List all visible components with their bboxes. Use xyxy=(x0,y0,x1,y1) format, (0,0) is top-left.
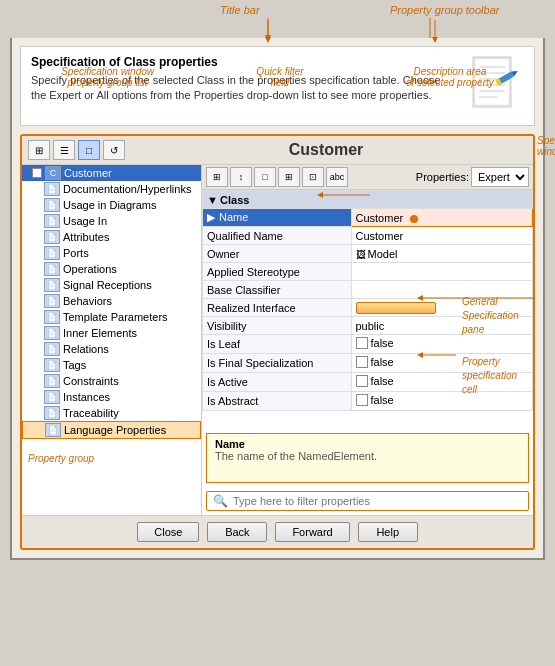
prop-val-realized-interface[interactable] xyxy=(351,299,533,317)
right-toolbar-btn1[interactable]: ⊞ xyxy=(206,167,228,187)
item-icon: 📄 xyxy=(44,262,60,276)
bottom-desc-annotation: Description area of selected property xyxy=(406,66,494,88)
prop-val-owner[interactable]: 🖼Model xyxy=(351,245,533,263)
prop-val-is-abstract[interactable]: false xyxy=(351,392,533,411)
spec-class-title: Customer xyxy=(289,141,364,159)
tree-item-constraints[interactable]: 📄 Constraints xyxy=(22,373,201,389)
item-icon: 📄 xyxy=(44,246,60,260)
prop-name-is-active[interactable]: Is Active xyxy=(203,373,352,392)
item-icon: 📄 xyxy=(44,214,60,228)
tree-item-customer-root[interactable]: − C Customer xyxy=(22,165,201,181)
is-leaf-checkbox[interactable] xyxy=(356,337,368,349)
tree-label: Usage In xyxy=(63,215,107,227)
prop-val-qualified[interactable]: Customer xyxy=(351,227,533,245)
prop-val-visibility[interactable]: public xyxy=(351,317,533,335)
right-toolbar-btn3[interactable]: □ xyxy=(254,167,276,187)
toolbar-btn-box[interactable]: □ xyxy=(78,140,100,160)
prop-row-applied-stereotype: Applied Stereotype xyxy=(203,263,533,281)
is-final-spec-checkbox[interactable] xyxy=(356,356,368,368)
dialog-buttons: Close Back Forward Help xyxy=(22,515,533,548)
item-icon: 📄 xyxy=(44,310,60,324)
item-icon: 📄 xyxy=(45,423,61,437)
tree-label: Documentation/Hyperlinks xyxy=(63,183,191,195)
back-button[interactable]: Back xyxy=(207,522,267,542)
filter-box[interactable]: 🔍 xyxy=(206,491,529,511)
prop-name-base-classifier[interactable]: Base Classifier xyxy=(203,281,352,299)
right-toolbar-btn5[interactable]: ⊡ xyxy=(302,167,324,187)
prop-name-realized-interface[interactable]: Realized Interface xyxy=(203,299,352,317)
prop-name-name[interactable]: ▶Name xyxy=(203,209,352,227)
right-toolbar-btn2[interactable]: ↕ xyxy=(230,167,252,187)
prop-row-is-abstract: Is Abstract false xyxy=(203,392,533,411)
bottom-filter-annotation: Quick filter field xyxy=(256,66,303,88)
tree-item-documentation[interactable]: 📄 Documentation/Hyperlinks xyxy=(22,181,201,197)
prop-val-base-classifier[interactable] xyxy=(351,281,533,299)
name-desc-title: Name xyxy=(215,438,520,450)
prop-val-is-leaf[interactable]: false xyxy=(351,335,533,354)
tree-item-tags[interactable]: 📄 Tags xyxy=(22,357,201,373)
name-description-box: Name The name of the NamedElement. xyxy=(206,433,529,483)
tree-item-ports[interactable]: 📄 Ports xyxy=(22,245,201,261)
title-bar-annotation: Title bar xyxy=(220,4,260,16)
help-button[interactable]: Help xyxy=(358,522,418,542)
prop-row-owner: Owner 🖼Model xyxy=(203,245,533,263)
properties-select[interactable]: Expert All Basic xyxy=(471,167,529,187)
prop-name-visibility[interactable]: Visibility xyxy=(203,317,352,335)
tree-item-usage-in[interactable]: 📄 Usage In xyxy=(22,213,201,229)
specification-container: ⊞ ☰ □ ↺ Customer Specificationwindow too… xyxy=(20,134,535,550)
item-icon: 📄 xyxy=(44,358,60,372)
is-abstract-checkbox[interactable] xyxy=(356,394,368,406)
prop-row-is-final-spec: Is Final Specialization false xyxy=(203,354,533,373)
tree-item-relations[interactable]: 📄 Relations xyxy=(22,341,201,357)
toolbar-btn-grid[interactable]: ⊞ xyxy=(28,140,50,160)
expand-icon[interactable]: − xyxy=(32,168,42,178)
owner-icon: 🖼 xyxy=(356,249,366,260)
tree-item-operations[interactable]: 📄 Operations xyxy=(22,261,201,277)
tree-item-traceability[interactable]: 📄 Traceability xyxy=(22,405,201,421)
tree-label: Operations xyxy=(63,263,117,275)
item-icon: 📄 xyxy=(44,294,60,308)
property-group-annotation: Property group xyxy=(22,449,201,468)
prop-val-applied-stereotype[interactable] xyxy=(351,263,533,281)
tree-item-signal-receptions[interactable]: 📄 Signal Receptions xyxy=(22,277,201,293)
orange-bar-indicator xyxy=(356,302,436,314)
filter-input[interactable] xyxy=(233,495,522,507)
prop-name-owner[interactable]: Owner xyxy=(203,245,352,263)
tree-label: Tags xyxy=(63,359,86,371)
prop-val-is-active[interactable]: false xyxy=(351,373,533,392)
tree-item-usage-diagrams[interactable]: 📄 Usage in Diagrams xyxy=(22,197,201,213)
item-icon: 📄 xyxy=(44,198,60,212)
tree-item-template-parameters[interactable]: 📄 Template Parameters xyxy=(22,309,201,325)
toolbar-btn-refresh[interactable]: ↺ xyxy=(103,140,125,160)
prop-val-name[interactable]: Customer xyxy=(351,209,533,227)
tree-item-inner-elements[interactable]: 📄 Inner Elements xyxy=(22,325,201,341)
tree-item-behaviors[interactable]: 📄 Behaviors xyxy=(22,293,201,309)
tree-item-attributes[interactable]: 📄 Attributes xyxy=(22,229,201,245)
tree-label: Constraints xyxy=(63,375,119,387)
right-toolbar: ⊞ ↕ □ ⊞ ⊡ abc Properties: Expert All Bas… xyxy=(202,165,533,190)
search-icon: 🔍 xyxy=(213,494,228,508)
prop-name-qualified[interactable]: Qualified Name xyxy=(203,227,352,245)
prop-name-is-final-spec[interactable]: Is Final Specialization xyxy=(203,354,352,373)
tree-label: Traceability xyxy=(63,407,119,419)
is-active-checkbox[interactable] xyxy=(356,375,368,387)
prop-name-is-leaf[interactable]: Is Leaf xyxy=(203,335,352,354)
split-pane: − C Customer 📄 Documentation/Hyperlinks … xyxy=(22,165,533,515)
item-icon: 📄 xyxy=(44,406,60,420)
prop-grid-table: ▼ Class ▶Name Customer xyxy=(202,190,533,411)
right-toolbar-btn4[interactable]: ⊞ xyxy=(278,167,300,187)
tree-item-instances[interactable]: 📄 Instances xyxy=(22,389,201,405)
right-toolbar-btn6[interactable]: abc xyxy=(326,167,348,187)
properties-label: Properties: xyxy=(416,171,469,183)
tree-label: Language Properties xyxy=(64,424,166,436)
forward-button[interactable]: Forward xyxy=(275,522,349,542)
prop-name-applied-stereotype[interactable]: Applied Stereotype xyxy=(203,263,352,281)
prop-val-is-final-spec[interactable]: false xyxy=(351,354,533,373)
prop-name-is-abstract[interactable]: Is Abstract xyxy=(203,392,352,411)
tree-item-language-properties[interactable]: 📄 Language Properties xyxy=(22,421,201,439)
close-dialog-button[interactable]: Close xyxy=(137,522,199,542)
toolbar-btn-list[interactable]: ☰ xyxy=(53,140,75,160)
item-icon: C xyxy=(45,166,61,180)
prop-row-realized-interface: Realized Interface xyxy=(203,299,533,317)
section-expand-icon[interactable]: ▼ xyxy=(207,194,215,206)
